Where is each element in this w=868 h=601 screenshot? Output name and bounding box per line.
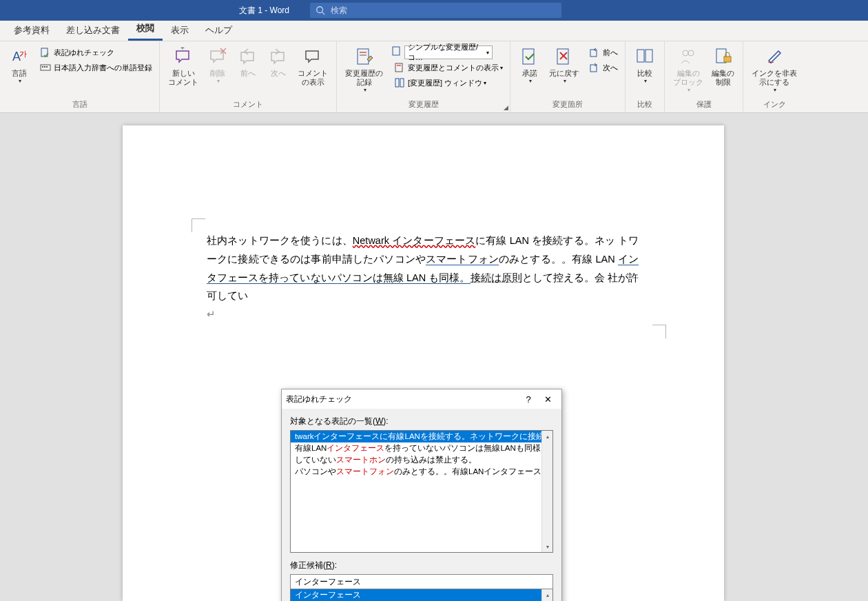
- next-change-button[interactable]: 次へ: [586, 61, 621, 74]
- svg-rect-20: [523, 49, 534, 64]
- group-changes: 承諾▾ 元に戻す▾ 前へ 次へ 変更箇所: [510, 41, 626, 112]
- spelling-check-button[interactable]: 表記ゆれチェック: [37, 45, 155, 59]
- tab-mailings[interactable]: 差し込み文書: [58, 20, 128, 41]
- svg-rect-12: [358, 49, 369, 64]
- new-comment-button[interactable]: +新しい コメント: [164, 44, 203, 88]
- dialog-title: 表記ゆれチェック: [286, 394, 519, 405]
- ribbon: A가 言語 ▾ 表記ゆれチェック 日本語入力辞書への単語登録 言語 +新しい コ…: [0, 41, 868, 113]
- search-placeholder: 検索: [331, 5, 347, 17]
- paragraph-mark: ↵: [207, 309, 216, 320]
- check-doc-icon: [40, 47, 51, 58]
- margin-corner: [192, 218, 205, 232]
- search-box[interactable]: 検索: [310, 3, 561, 18]
- reject-button[interactable]: 元に戻す▾: [545, 44, 583, 86]
- svg-rect-8: [46, 66, 48, 68]
- margin-corner: [652, 325, 666, 338]
- fix-label: 修正候補(R):: [290, 560, 553, 571]
- svg-point-28: [683, 50, 688, 56]
- next-comment-icon: [267, 45, 289, 68]
- accept-icon: [519, 45, 541, 68]
- language-button[interactable]: A가 言語 ▾: [4, 44, 34, 86]
- svg-rect-27: [645, 50, 652, 62]
- reject-icon: [553, 45, 575, 68]
- markup-list-icon: [394, 62, 405, 73]
- group-comments: +新しい コメント 削除▾ 前へ 次へ コメント の表示 コメント: [160, 41, 337, 112]
- compare-icon: [634, 45, 656, 68]
- show-markup-button[interactable]: 変更履歴とコメントの表示▾: [391, 61, 506, 74]
- new-comment-icon: +: [172, 45, 194, 68]
- accept-button[interactable]: 承諾▾: [515, 44, 545, 86]
- block-authors-button[interactable]: 編集の ブロック▾: [669, 44, 707, 95]
- track-changes-button[interactable]: 変更履歴の 記録▾: [341, 44, 387, 95]
- list-label: 対象となる表記の一覧(W):: [290, 416, 553, 427]
- prev-change-button[interactable]: 前へ: [586, 45, 621, 59]
- list-item[interactable]: twarkインターフェースに有線LANを接続する。ネットワークに接続できるの: [291, 431, 541, 442]
- group-tracking: 変更履歴の 記録▾ シンプルな変更履歴/コ…▾ 変更履歴とコメントの表示▾ [変…: [337, 41, 510, 112]
- scroll-up-icon[interactable]: ▴: [542, 431, 552, 442]
- list-item[interactable]: インターフェース: [291, 589, 541, 601]
- prev-comment-button[interactable]: 前へ: [233, 44, 263, 79]
- svg-rect-19: [400, 79, 404, 87]
- occurrences-listbox[interactable]: twarkインターフェースに有線LANを接続する。ネットワークに接続できるの有線…: [290, 430, 553, 553]
- window-title: 文書 1 - Word: [0, 5, 310, 17]
- group-language: A가 言語 ▾ 表記ゆれチェック 日本語入力辞書への単語登録 言語: [0, 41, 160, 112]
- keyboard-icon: [40, 62, 51, 73]
- compare-button[interactable]: 比較▾: [630, 44, 660, 86]
- track-changes-icon: [353, 45, 375, 68]
- svg-rect-7: [44, 66, 45, 68]
- scroll-down-icon[interactable]: ▾: [542, 541, 552, 552]
- help-button[interactable]: ?: [519, 392, 538, 406]
- scroll-up-icon[interactable]: ▴: [542, 589, 552, 600]
- tab-references[interactable]: 参考資料: [6, 20, 58, 41]
- svg-point-29: [688, 50, 694, 56]
- ink-icon: [763, 45, 785, 68]
- group-ink: インクを非表 示にする▾ インク: [743, 41, 805, 112]
- delete-comment-button[interactable]: 削除▾: [203, 44, 233, 86]
- next-comment-button[interactable]: 次へ: [263, 44, 293, 79]
- scrollbar[interactable]: ▴ ▾: [541, 589, 552, 601]
- svg-rect-26: [637, 50, 644, 62]
- markup-view-select[interactable]: シンプルな変更履歴/コ…▾: [404, 45, 493, 59]
- block-icon: [677, 45, 699, 68]
- list-item[interactable]: 有線LANインタフェースを持っていないパソコンは無線LANも同様。接続は原: [291, 442, 541, 454]
- scrollbar[interactable]: ▴ ▾: [541, 431, 552, 552]
- tab-review[interactable]: 校閲: [128, 18, 163, 41]
- search-icon: [316, 6, 325, 15]
- spelling-dialog: 表記ゆれチェック ? ✕ 対象となる表記の一覧(W): twarkインターフェー…: [281, 389, 562, 601]
- list-item[interactable]: していないスマートホンの持ち込みは禁止する。: [291, 454, 541, 466]
- ribbon-tabs: 参考資料 差し込み文書 校閲 表示 ヘルプ: [0, 21, 868, 41]
- prev-comment-icon: [237, 45, 259, 68]
- review-pane-button[interactable]: [変更履歴] ウィンドウ▾: [391, 76, 506, 90]
- chevron-down-icon: ▾: [486, 50, 489, 56]
- group-protect: 編集の ブロック▾ 編集の 制限 保護: [665, 41, 743, 112]
- delete-comment-icon: [207, 45, 229, 68]
- tracking-launcher[interactable]: ◢: [504, 104, 508, 111]
- prev-icon: [589, 47, 600, 58]
- hide-ink-button[interactable]: インクを非表 示にする▾: [747, 44, 801, 95]
- svg-text:가: 가: [19, 50, 27, 58]
- svg-rect-15: [393, 47, 400, 55]
- page-content[interactable]: 社内ネットワークを使うには、Netwark インターフェースに有線 LAN を接…: [207, 232, 639, 324]
- svg-rect-31: [724, 57, 731, 62]
- fix-input[interactable]: [290, 574, 553, 589]
- restrict-editing-button[interactable]: 編集の 制限: [707, 44, 738, 88]
- show-comments-icon: [302, 45, 324, 68]
- svg-point-0: [317, 7, 323, 13]
- tab-view[interactable]: 表示: [163, 20, 197, 41]
- show-comments-button[interactable]: コメント の表示: [293, 44, 332, 88]
- lock-icon: [712, 45, 734, 68]
- svg-rect-18: [395, 79, 399, 87]
- pane-icon: [394, 77, 405, 88]
- list-item[interactable]: パソコンやスマートフォンのみとする。。有線LANインタフェースを持っていないパ: [291, 466, 541, 478]
- close-button[interactable]: ✕: [538, 392, 557, 406]
- dialog-titlebar[interactable]: 表記ゆれチェック ? ✕: [282, 389, 561, 409]
- svg-rect-16: [395, 63, 402, 72]
- svg-rect-6: [42, 66, 43, 68]
- ime-register-button[interactable]: 日本語入力辞書への単語登録: [37, 61, 155, 74]
- language-icon: A가: [8, 45, 30, 68]
- fix-options-list[interactable]: インターフェースインタフェース ▴ ▾: [290, 589, 553, 601]
- group-compare: 比較▾ 比較: [626, 41, 665, 112]
- document-area: 社内ネットワークを使うには、Netwark インターフェースに有線 LAN を接…: [0, 113, 868, 601]
- tab-help[interactable]: ヘルプ: [197, 20, 240, 41]
- markup-icon: [391, 45, 402, 59]
